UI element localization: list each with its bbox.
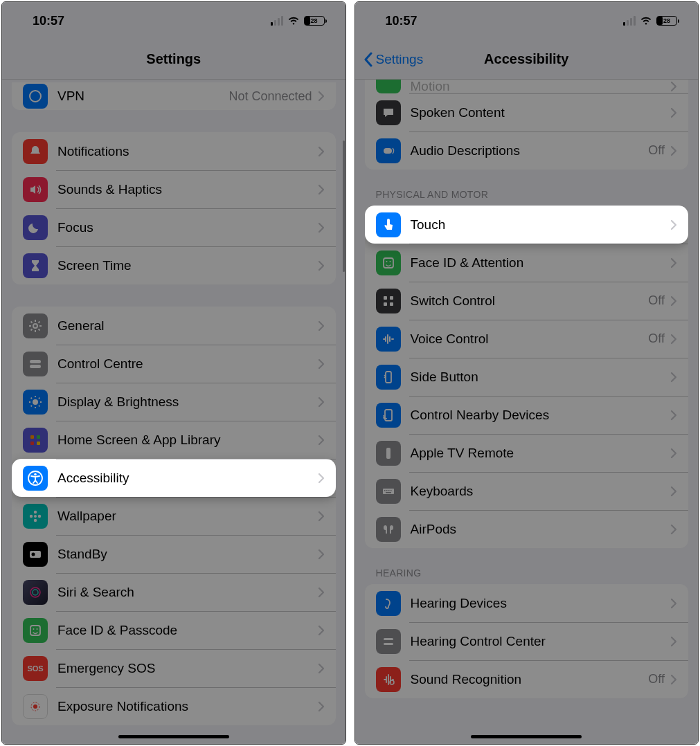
row-accessibility[interactable]: Accessibility <box>12 459 336 497</box>
svg-rect-6 <box>37 435 40 439</box>
sliders-icon <box>376 629 401 654</box>
row-hearing-devices[interactable]: Hearing Devices <box>365 584 689 622</box>
row-sounds[interactable]: Sounds & Haptics <box>12 170 336 208</box>
svg-rect-3 <box>30 365 41 368</box>
row-motion[interactable]: Motion <box>365 80 689 93</box>
home-indicator[interactable] <box>471 735 582 738</box>
phone-settings: 10:57 28 Settings VPN Not Connected <box>1 1 346 745</box>
chevron-right-icon <box>670 81 677 92</box>
row-voice-control[interactable]: Voice Control Off <box>365 320 689 358</box>
scroll-indicator[interactable] <box>343 140 345 272</box>
status-bar: 10:57 28 <box>355 2 699 39</box>
row-label: Accessibility <box>57 471 318 486</box>
standby-icon <box>23 542 48 567</box>
row-label: Spoken Content <box>411 105 671 120</box>
row-label: Apple TV Remote <box>411 446 671 461</box>
svg-rect-35 <box>386 448 391 459</box>
svg-point-10 <box>34 473 37 475</box>
nav-bar: Settings <box>2 39 345 80</box>
row-hearing-cc[interactable]: Hearing Control Center <box>365 622 689 660</box>
svg-rect-5 <box>30 435 34 439</box>
nav-title: Accessibility <box>484 51 568 67</box>
group-general: General Control Centre Display & Brightn… <box>12 307 336 725</box>
row-screentime[interactable]: Screen Time <box>12 246 336 284</box>
chevron-right-icon <box>318 435 325 446</box>
row-display[interactable]: Display & Brightness <box>12 383 336 421</box>
svg-rect-29 <box>384 296 387 300</box>
row-switch-control[interactable]: Switch Control Off <box>365 282 689 320</box>
svg-point-4 <box>33 399 38 405</box>
keyboard-icon <box>376 479 401 504</box>
airpods-icon <box>376 517 401 542</box>
row-homescreen[interactable]: Home Screen & App Library <box>12 421 336 459</box>
row-standby[interactable]: StandBy <box>12 535 336 573</box>
chevron-right-icon <box>670 257 677 269</box>
row-sos[interactable]: SOS Emergency SOS <box>12 649 336 687</box>
row-spoken-content[interactable]: Spoken Content <box>365 93 689 131</box>
row-label: Display & Brightness <box>57 394 318 410</box>
row-label: VPN <box>57 89 228 104</box>
row-controlcenter[interactable]: Control Centre <box>12 345 336 383</box>
svg-point-13 <box>34 518 37 521</box>
row-faceid-attention[interactable]: Face ID & Attention <box>365 244 689 282</box>
row-vpn[interactable]: VPN Not Connected <box>12 82 336 110</box>
chevron-right-icon <box>318 625 325 636</box>
exposure-icon <box>23 694 48 719</box>
svg-point-0 <box>30 91 41 102</box>
nearby-icon <box>376 403 401 428</box>
svg-rect-33 <box>386 372 391 383</box>
row-side-button[interactable]: Side Button <box>365 358 689 396</box>
row-focus[interactable]: Focus <box>12 208 336 246</box>
row-detail: Off <box>648 331 665 346</box>
status-time: 10:57 <box>33 14 64 28</box>
row-wallpaper[interactable]: Wallpaper <box>12 497 336 535</box>
nav-title: Settings <box>146 51 201 67</box>
row-notifications[interactable]: Notifications <box>12 132 336 170</box>
svg-rect-16 <box>30 551 41 558</box>
row-nearby-devices[interactable]: Control Nearby Devices <box>365 396 689 434</box>
svg-point-28 <box>389 261 391 262</box>
wifi-icon <box>640 16 652 26</box>
siri-icon <box>23 580 48 605</box>
svg-point-27 <box>386 261 387 262</box>
svg-rect-7 <box>30 442 34 445</box>
audio-desc-icon <box>376 138 401 163</box>
chevron-right-icon <box>670 295 677 307</box>
status-bar: 10:57 28 <box>2 2 345 39</box>
row-exposure[interactable]: Exposure Notifications <box>12 687 336 725</box>
home-indicator[interactable] <box>118 735 229 738</box>
row-faceid[interactable]: Face ID & Passcode <box>12 611 336 649</box>
row-siri[interactable]: Siri & Search <box>12 573 336 611</box>
settings-content[interactable]: VPN Not Connected Notifications Sounds &… <box>2 80 345 744</box>
row-touch[interactable]: Touch <box>365 206 689 244</box>
back-button[interactable]: Settings <box>364 52 424 67</box>
row-appletv-remote[interactable]: Apple TV Remote <box>365 434 689 472</box>
flower-icon <box>23 504 48 529</box>
row-airpods[interactable]: AirPods <box>365 510 689 548</box>
accessibility-icon <box>23 466 48 491</box>
chevron-right-icon <box>670 410 677 421</box>
row-keyboards[interactable]: Keyboards <box>365 472 689 510</box>
chevron-right-icon <box>670 486 677 497</box>
remote-icon <box>376 441 401 466</box>
sos-text: SOS <box>27 664 43 673</box>
row-general[interactable]: General <box>12 307 336 345</box>
row-label: Audio Descriptions <box>411 143 649 158</box>
chevron-right-icon <box>670 598 677 609</box>
chevron-right-icon <box>670 334 677 345</box>
ear-icon <box>376 591 401 616</box>
row-label: StandBy <box>57 547 318 562</box>
row-label: Keyboards <box>411 484 671 499</box>
chevron-right-icon <box>318 701 325 712</box>
face-icon <box>23 618 48 643</box>
svg-rect-37 <box>384 490 386 491</box>
accessibility-content[interactable]: Motion Spoken Content Audio Descriptions… <box>355 80 699 744</box>
row-sound-recognition[interactable]: Sound Recognition Off <box>365 660 689 698</box>
chevron-right-icon <box>318 663 325 674</box>
switch-icon <box>376 289 401 313</box>
svg-rect-42 <box>384 638 393 640</box>
wifi-icon <box>287 16 300 26</box>
chevron-right-icon <box>318 587 325 598</box>
row-audio-descriptions[interactable]: Audio Descriptions Off <box>365 131 689 170</box>
row-label: Side Button <box>411 370 671 385</box>
